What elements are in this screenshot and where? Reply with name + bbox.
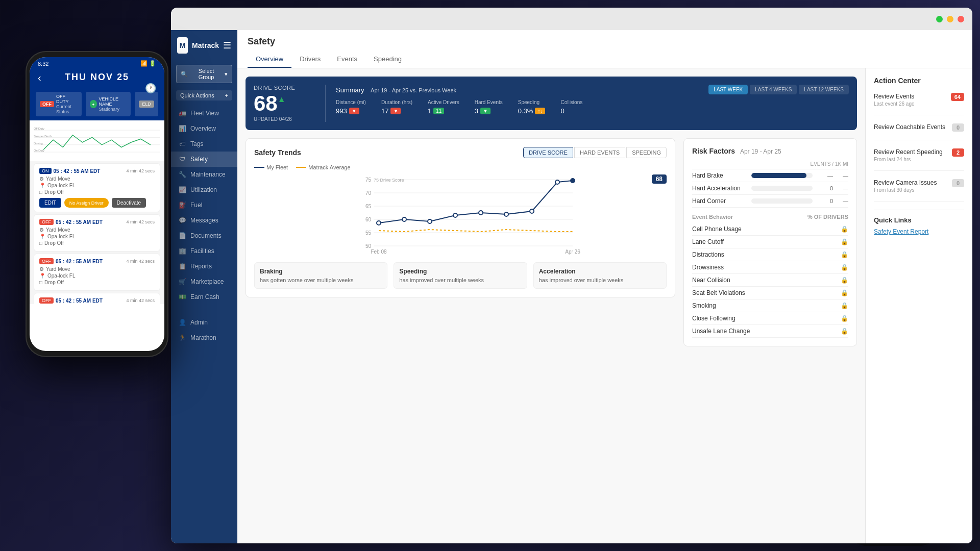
last-week-button[interactable]: LAST WEEK [708,85,748,94]
stat-active-drivers: Active Drivers 1 11 [428,99,459,115]
edit-button[interactable]: EDIT [39,198,61,208]
risk-row-corner: Hard Corner 0 — [692,195,848,208]
trip-detail: 📍Opa-lock FL [39,234,155,239]
stat-duration: Duration (hrs) 17 ▼ [381,99,412,115]
svg-point-42 [428,219,432,223]
hamburger-icon[interactable]: ☰ [223,40,231,51]
braking-card: Braking has gotten worse over multiple w… [254,262,387,289]
lock-icon: 🔒 [841,277,848,284]
eld-chip: ELD [135,92,158,116]
sidebar-item-utilization[interactable]: 📈 Utilization [171,182,237,197]
sidebar-label: Tags [190,140,203,147]
browser-dot-green[interactable] [936,16,943,22]
sidebar-label: Messages [190,217,218,224]
browser-dot-yellow[interactable] [947,16,953,22]
select-group-button[interactable]: 🔍 Select Group ▾ [176,65,232,83]
maintenance-icon: 🔧 [178,171,186,178]
score-trend-icon: ▲ [278,95,286,104]
collisions-value: 0 [560,107,564,115]
trip-action-btns: EDIT No Assign Driver Deactivate [39,198,155,208]
phone-status-bar: 8:32 📶 🔋 [30,57,164,70]
trip-item: OFF 05 : 42 : 55 AM EDT 4 min 42 secs ⚙Y… [34,293,160,304]
sidebar-label: Safety [190,156,208,163]
duration-badge: ▼ [390,108,401,114]
on-badge: ON [39,168,52,174]
trip-detail: 📍Opa-lock FL [39,183,155,188]
last-4-weeks-button[interactable]: LAST 4 WEEKS [750,85,797,94]
speeding-text: has improved over multiple weeks [399,277,521,283]
sidebar-label: Facilities [190,247,214,255]
back-icon[interactable]: ‹ [38,72,41,84]
risk-period: Apr 19 - Apr 25 [740,148,781,155]
chart-score-badge: 68 [652,174,667,184]
speeding-filter[interactable]: SPEEDING [626,147,667,158]
acceleration-text: has improved over multiple weeks [539,277,661,283]
sidebar-item-marketplace[interactable]: 🛒 Marketplace [171,274,237,289]
sidebar-item-earn-cash[interactable]: 💵 Earn Cash [171,289,237,305]
sidebar-item-messages[interactable]: 💬 Messages [171,213,237,228]
sidebar-item-fleet-view[interactable]: 🚛 Fleet View [171,106,237,121]
svg-point-44 [479,211,483,215]
sidebar-item-overview[interactable]: 📊 Overview [171,121,237,136]
event-row: Cell Phone Usage 🔒 [692,223,848,236]
divider [874,210,964,210]
sidebar-item-facilities[interactable]: 🏢 Facilities [171,243,237,259]
sidebar-item-tags[interactable]: 🏷 Tags [171,136,237,152]
quick-actions-button[interactable]: Quick Actions + [176,90,232,101]
stat-hard-events: Hard Events 3 ▼ [475,99,503,115]
hard-events-filter[interactable]: HARD EVENTS [574,147,625,158]
summary-period: Apr 19 - Apr 25 vs. Previous Week [371,87,456,93]
chart-legend: My Fleet Matrack Average [254,164,667,170]
sidebar-item-reports[interactable]: 📋 Reports [171,259,237,274]
sidebar-item-fuel[interactable]: ⛽ Fuel [171,197,237,213]
legend-fleet-label: My Fleet [266,164,288,170]
summary-title: Summary [336,86,364,94]
action-review-events: Review Events Last event 26 ago 64 [874,93,964,115]
sidebar-label: Overview [190,125,216,132]
score-section: DRIVE Score 68 ▲ UPDATED 04/26 [254,85,315,122]
trip-time-4: 05 : 42 : 55 AM EDT [56,298,103,304]
action-sub: Last event 26 ago [874,101,915,107]
event-row: Distractions 🔒 [692,248,848,261]
tab-events[interactable]: Events [329,51,365,68]
stat-speeding: Speeding 0.3% ↑↓ [518,99,546,115]
sidebar-item-marathon[interactable]: 🏃 Marathon [171,330,237,345]
browser-dot-red[interactable] [958,16,964,22]
lock-icon: 🔒 [841,328,848,335]
marathon-icon: 🏃 [178,334,186,341]
sidebar-item-documents[interactable]: 📄 Documents [171,228,237,243]
sidebar-label: Marathon [190,334,216,341]
reassign-button[interactable]: No Assign Driver [64,198,109,208]
svg-text:70: 70 [365,190,372,196]
tab-drivers[interactable]: Drivers [291,51,329,68]
sidebar-label: Marketplace [190,278,224,285]
action-badge: 2 [952,148,964,157]
svg-text:On Duty: On Duty [34,149,44,152]
safety-event-report-link[interactable]: Safety Event Report [874,228,964,235]
braking-text: has gotten worse over multiple weeks [260,277,382,283]
action-badge: 64 [951,93,964,101]
select-group-label: Select Group [190,68,223,80]
legend-matrack: Matrack Average [296,164,350,170]
quick-actions-section: Quick Actions + [171,87,237,104]
summary-section: Summary Apr 19 - Apr 25 vs. Previous Wee… [325,85,849,122]
sidebar-label: Documents [190,232,222,239]
tab-speeding[interactable]: Speeding [365,51,410,68]
sidebar-item-maintenance[interactable]: 🔧 Maintenance [171,167,237,182]
sidebar-item-safety[interactable]: 🛡 Safety [171,152,237,167]
deactivate-button[interactable]: Deactivate [112,198,146,208]
last-12-weeks-button[interactable]: LAST 12 WEEKS [799,85,849,94]
left-column: Safety Trends DRIVE SCORE HARD EVENTS SP… [246,138,675,355]
braking-title: Braking [260,268,382,275]
drive-score-filter[interactable]: DRIVE SCORE [523,147,573,158]
sidebar-item-admin[interactable]: 👤 Admin [171,315,237,330]
online-icon: ● [90,100,96,108]
risk-bar-container [751,186,813,191]
trends-chart-svg: 75 70 65 60 55 50 [254,174,667,256]
trip-duration-2: 4 min 42 secs [126,219,155,224]
tab-overview[interactable]: Overview [248,51,291,68]
time-period-buttons: LAST WEEK LAST 4 WEEKS LAST 12 WEEKS [708,85,849,94]
main-body: DRIVE Score 68 ▲ UPDATED 04/26 [237,68,972,543]
trip-item: ON 05 : 42 : 55 AM EDT 4 min 42 secs ⚙Ya… [34,163,160,212]
acceleration-card: Acceleration has improved over multiple … [533,262,667,289]
